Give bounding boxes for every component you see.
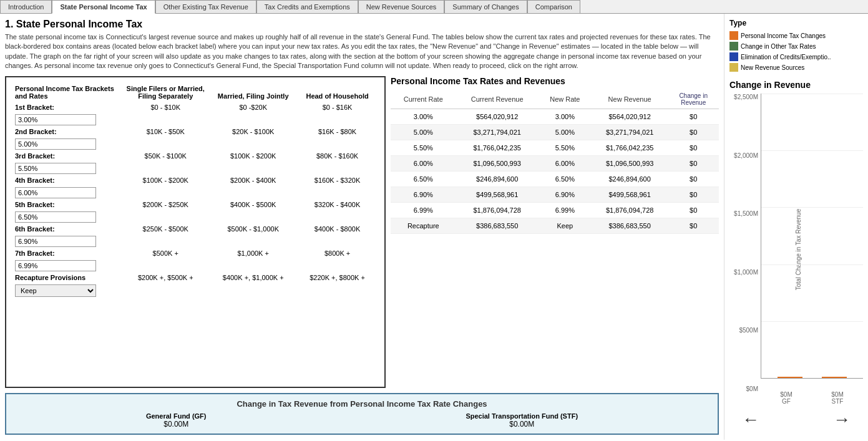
bracket-range-married-6: $1,000K + <box>211 248 295 258</box>
stf-value: $0.00M <box>466 420 578 429</box>
legend-item-0: Personal Income Tax Changes <box>729 31 863 40</box>
stf-bar-label: STF <box>831 398 843 405</box>
rev-change-1: $0 <box>668 124 719 140</box>
bracket-range-head-2: $80K - $160K <box>295 151 379 161</box>
revenue-row-3: 6.00% $1,096,500,993 6.00% $1,096,500,99… <box>391 155 719 171</box>
tab-introduction[interactable]: Introduction <box>0 0 52 13</box>
rev-change-6: $0 <box>668 202 719 218</box>
tab-other-existing-tax-revenue[interactable]: Other Existing Tax Revenue <box>155 0 256 13</box>
rev-new-revenue-0: $564,020,912 <box>592 109 668 124</box>
tab-comparison[interactable]: Comparison <box>527 0 580 13</box>
bracket-input-1[interactable] <box>15 138 96 150</box>
legend-label-1: Change in Other Tax Rates <box>741 43 816 50</box>
bracket-section: Personal Income Tax Brackets and Rates S… <box>5 76 386 388</box>
rev-current-revenue-7: $386,683,550 <box>456 218 539 233</box>
middle-row: Personal Income Tax Brackets and Rates S… <box>5 76 719 388</box>
bracket-table: Personal Income Tax Brackets and Rates S… <box>11 82 379 298</box>
rev-current-rate-5: 6.90% <box>391 187 456 202</box>
revenue-row-1: 5.00% $3,271,794,021 5.00% $3,271,794,02… <box>391 124 719 140</box>
bracket-input-0[interactable] <box>15 114 96 125</box>
bar-gf <box>778 377 802 378</box>
rev-new-revenue-5: $499,568,961 <box>592 187 668 202</box>
rev-current-revenue-5: $499,568,961 <box>456 187 539 202</box>
bracket-input-3[interactable] <box>15 187 96 198</box>
rev-current-revenue-1: $3,271,794,021 <box>456 124 539 140</box>
bracket-range-single-6: $500K + <box>120 248 211 258</box>
gridline-60 <box>761 264 863 265</box>
bracket-col-header-2: Single Filers or Married, Filing Separat… <box>120 82 211 102</box>
legend-color-2 <box>729 52 738 61</box>
bracket-range-head-5: $400K - $800K <box>295 224 379 234</box>
bracket-range-married-2: $100K - $200K <box>211 151 295 161</box>
y-label-2500: $2,500M <box>734 94 758 100</box>
bracket-col-header-4: Head of Household <box>295 82 379 102</box>
chart-area: Total Change in Tax Revenue <box>761 94 863 405</box>
rev-change-4: $0 <box>668 171 719 187</box>
rev-new-rate-2: 5.50% <box>539 140 592 155</box>
legend-color-3 <box>729 63 738 72</box>
bracket-label-5: 6th Bracket: <box>11 224 120 234</box>
bracket-input-6[interactable] <box>15 260 96 271</box>
tab-summary-changes[interactable]: Summary of Changes <box>444 0 527 13</box>
rev-new-rate-7: Keep <box>539 218 592 233</box>
bracket-col-header-1: Personal Income Tax Brackets and Rates <box>11 82 120 102</box>
rev-col-new-revenue: New Revenue <box>592 90 668 109</box>
y-label-0: $0M <box>746 385 758 392</box>
legend-label-2: Elimination of Credits/Exemptio.. <box>741 54 831 61</box>
legend-color-0 <box>729 31 738 40</box>
tab-state-personal-income-tax[interactable]: State Personal Income Tax <box>52 0 155 14</box>
page-description: The state personal income tax is Connect… <box>5 32 719 71</box>
rev-current-rate-4: 6.50% <box>391 171 456 187</box>
y-label-2000: $2,000M <box>734 152 758 159</box>
revenue-row-7: Recapture $386,683,550 Keep $386,683,550… <box>391 218 719 233</box>
rev-change-7: $0 <box>668 218 719 233</box>
rev-current-rate-3: 6.00% <box>391 155 456 171</box>
recapture-single: $200K +, $500K + <box>120 273 211 283</box>
recapture-married: $400K +, $1,000K + <box>211 273 295 283</box>
bottom-summary-row: General Fund (GF) $0.00M Special Transpo… <box>16 412 708 429</box>
left-panel: 1. State Personal Income Tax The state p… <box>0 14 724 440</box>
tab-new-revenue-sources[interactable]: New Revenue Sources <box>358 0 445 13</box>
rev-col-change: Change inRevenue <box>668 90 719 109</box>
tab-tax-credits-exemptions[interactable]: Tax Credits and Exemptions <box>256 0 358 13</box>
bracket-label-1: 2nd Bracket: <box>11 127 120 137</box>
next-arrow[interactable]: → <box>833 410 851 430</box>
bracket-range-head-3: $160K - $320K <box>295 175 379 185</box>
revenue-row-0: 3.00% $564,020,912 3.00% $564,020,912 $0 <box>391 109 719 124</box>
bracket-input-5[interactable] <box>15 236 96 247</box>
tab-bar: Introduction State Personal Income Tax O… <box>0 0 868 14</box>
bracket-range-married-4: $400K - $500K <box>211 200 295 210</box>
bottom-summary: Change in Tax Revenue from Personal Inco… <box>5 393 719 435</box>
legend-item-2: Elimination of Credits/Exemptio.. <box>729 52 863 61</box>
stf-bar-value: $0M <box>831 391 843 398</box>
page-title: 1. State Personal Income Tax <box>5 19 719 30</box>
y-axis-labels: $2,500M $2,000M $1,500M $1,000M $500M $0… <box>729 94 761 405</box>
legend-title: Type <box>729 19 863 27</box>
bar-group-stf <box>822 377 847 378</box>
bracket-label-3: 4th Bracket: <box>11 175 120 185</box>
legend-list: Personal Income Tax ChangesChange in Oth… <box>729 31 863 74</box>
bracket-range-single-3: $100K - $200K <box>120 175 211 185</box>
rev-new-rate-3: 6.00% <box>539 155 592 171</box>
rev-new-rate-6: 6.99% <box>539 202 592 218</box>
rev-current-revenue-6: $1,876,094,728 <box>456 202 539 218</box>
y-label-500: $500M <box>739 327 758 334</box>
revenue-row-6: 6.99% $1,876,094,728 6.99% $1,876,094,72… <box>391 202 719 218</box>
rev-change-3: $0 <box>668 155 719 171</box>
bracket-input-4[interactable] <box>15 211 96 223</box>
gridline-40 <box>761 207 863 208</box>
chart-title: Change in Revenue <box>729 80 863 90</box>
bracket-label-0: 1st Bracket: <box>11 102 120 112</box>
rev-col-current-rate: Current Rate <box>391 90 456 109</box>
recapture-select[interactable]: Keep <box>15 284 96 297</box>
bracket-range-married-0: $0 -$20K <box>211 102 295 112</box>
bracket-input-2[interactable] <box>15 163 96 174</box>
bracket-range-head-1: $16K - $80K <box>295 127 379 137</box>
bracket-range-married-1: $20K - $100K <box>211 127 295 137</box>
rev-change-0: $0 <box>668 109 719 124</box>
gf-bar-label: GF <box>780 398 792 405</box>
rev-col-current-revenue: Current Revenue <box>456 90 539 109</box>
gridline-20 <box>761 150 863 151</box>
bar-stf <box>822 377 847 378</box>
prev-arrow[interactable]: ← <box>742 410 759 430</box>
